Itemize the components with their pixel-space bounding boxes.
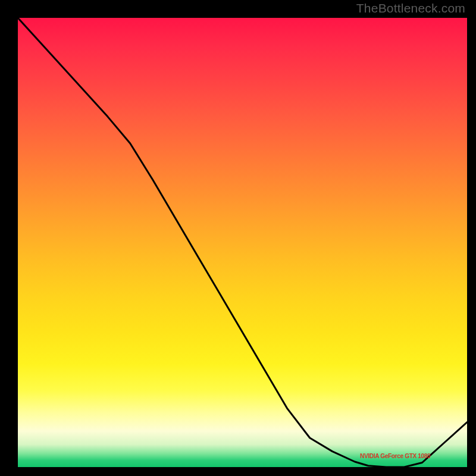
plot-area: NVIDIA GeForce GTX 1080 <box>18 18 467 467</box>
watermark-text: TheBottleneck.com <box>356 1 465 15</box>
chart-frame: TheBottleneck.com NVIDIA GeForce GTX 108… <box>0 0 476 476</box>
bottleneck-curve <box>18 18 467 467</box>
gpu-label: NVIDIA GeForce GTX 1080 <box>360 453 430 459</box>
